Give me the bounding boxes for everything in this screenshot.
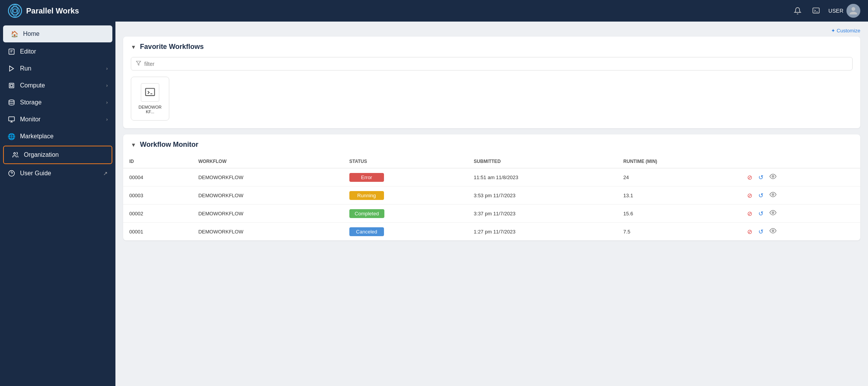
row-actions: ⊘ ↺ — [739, 168, 860, 186]
cancel-button[interactable]: ⊘ — [745, 227, 754, 236]
row-workflow[interactable]: DEMOWORKFLOW — [192, 168, 343, 186]
sidebar-item-organization[interactable]: Organization — [3, 146, 112, 164]
cancel-button[interactable]: ⊘ — [745, 191, 754, 200]
workflow-monitor-panel: ▼ Workflow Monitor ID WORKFLOW STATUS SU… — [123, 134, 860, 240]
sidebar-item-userguide[interactable]: User Guide ↗ — [0, 165, 115, 182]
view-button[interactable] — [767, 172, 779, 182]
sidebar-label-userguide: User Guide — [20, 170, 51, 177]
workflow-card-icon — [141, 83, 159, 102]
row-status: Error — [343, 168, 468, 186]
sidebar-label-run: Run — [20, 65, 31, 72]
row-workflow[interactable]: DEMOWORKFLOW — [192, 205, 343, 223]
sidebar-item-marketplace[interactable]: 🌐 Marketplace — [0, 128, 115, 145]
row-id[interactable]: 00003 — [123, 186, 192, 205]
restart-button[interactable]: ↺ — [756, 173, 766, 182]
username-label: USER — [828, 8, 843, 14]
sidebar-label-marketplace: Marketplace — [20, 133, 53, 140]
sidebar-item-editor[interactable]: Editor — [0, 43, 115, 60]
col-runtime: RUNTIME (MIN) — [617, 155, 739, 168]
row-status: Running — [343, 186, 468, 205]
main-layout: 🏠 Home Editor — [0, 22, 868, 386]
compute-chevron: › — [106, 83, 108, 88]
col-submitted: SUBMITTED — [467, 155, 617, 168]
svg-point-18 — [772, 230, 774, 232]
table-header: ID WORKFLOW STATUS SUBMITTED RUNTIME (MI… — [123, 155, 860, 168]
favorite-workflows-chevron: ▼ — [131, 44, 136, 50]
row-id[interactable]: 00001 — [123, 223, 192, 241]
col-workflow: WORKFLOW — [192, 155, 343, 168]
workflow-monitor-header[interactable]: ▼ Workflow Monitor — [123, 134, 860, 155]
svg-rect-9 — [9, 117, 15, 121]
sidebar-label-monitor: Monitor — [20, 116, 40, 123]
logo-icon — [8, 3, 22, 18]
sidebar-label-compute: Compute — [20, 82, 45, 89]
svg-point-16 — [772, 194, 774, 196]
editor-icon — [8, 48, 15, 55]
userguide-external-icon: ↗ — [103, 170, 108, 176]
filter-icon — [136, 60, 141, 67]
row-id[interactable]: 00002 — [123, 205, 192, 223]
row-runtime: 15.6 — [617, 205, 739, 223]
restart-button[interactable]: ↺ — [756, 227, 766, 236]
sidebar-item-home[interactable]: 🏠 Home — [3, 25, 112, 42]
svg-rect-7 — [10, 84, 13, 87]
sidebar-label-organization: Organization — [24, 151, 59, 158]
userguide-icon — [8, 170, 15, 177]
logo: Parallel Works — [8, 3, 79, 18]
svg-point-17 — [772, 212, 774, 214]
table-row: 00002 DEMOWORKFLOW Completed 3:37 pm 11/… — [123, 205, 860, 223]
sidebar-item-storage[interactable]: Storage › — [0, 94, 115, 111]
col-id: ID — [123, 155, 192, 168]
cancel-button[interactable]: ⊘ — [745, 209, 754, 218]
svg-point-10 — [14, 153, 16, 154]
sidebar-item-compute[interactable]: Compute › — [0, 77, 115, 94]
status-badge: Completed — [349, 209, 384, 218]
compute-icon — [8, 82, 15, 89]
row-id[interactable]: 00004 — [123, 168, 192, 186]
col-actions — [739, 155, 860, 168]
organization-icon — [12, 151, 19, 159]
sidebar-label-editor: Editor — [20, 48, 36, 55]
workflow-monitor-chevron: ▼ — [131, 142, 136, 148]
avatar — [846, 4, 860, 18]
view-button[interactable] — [767, 208, 779, 218]
restart-button[interactable]: ↺ — [756, 209, 766, 218]
favorite-workflows-header[interactable]: ▼ Favorite Workflows — [123, 37, 860, 57]
sidebar-label-storage: Storage — [20, 99, 42, 106]
row-submitted: 11:51 am 11/8/2023 — [467, 168, 617, 186]
svg-point-8 — [9, 100, 14, 102]
svg-marker-13 — [136, 61, 141, 65]
row-workflow[interactable]: DEMOWORKFLOW — [192, 186, 343, 205]
col-status: STATUS — [343, 155, 468, 168]
status-badge: Canceled — [349, 227, 384, 236]
workflow-card[interactable]: DEMOWORKF... — [131, 77, 169, 121]
svg-rect-3 — [813, 8, 820, 13]
sidebar-item-run[interactable]: Run › — [0, 60, 115, 77]
view-button[interactable] — [767, 227, 779, 237]
row-status: Completed — [343, 205, 468, 223]
customize-button[interactable]: ✦ Customize — [831, 28, 860, 34]
notifications-button[interactable] — [791, 5, 804, 17]
marketplace-icon: 🌐 — [8, 133, 15, 140]
row-submitted: 1:27 pm 11/7/2023 — [467, 223, 617, 241]
restart-button[interactable]: ↺ — [756, 191, 766, 200]
user-menu[interactable]: USER — [828, 4, 860, 18]
table-row: 00003 DEMOWORKFLOW Running 3:53 pm 11/7/… — [123, 186, 860, 205]
cancel-button[interactable]: ⊘ — [745, 173, 754, 182]
favorite-workflows-title: Favorite Workflows — [140, 43, 204, 51]
row-submitted: 3:53 pm 11/7/2023 — [467, 186, 617, 205]
terminal-button[interactable] — [810, 5, 822, 17]
row-runtime: 24 — [617, 168, 739, 186]
view-button[interactable] — [767, 190, 779, 200]
svg-point-2 — [13, 9, 17, 13]
row-workflow[interactable]: DEMOWORKFLOW — [192, 223, 343, 241]
storage-icon — [8, 99, 15, 106]
filter-input[interactable] — [144, 61, 848, 67]
sidebar-item-monitor[interactable]: Monitor › — [0, 111, 115, 128]
row-actions: ⊘ ↺ — [739, 205, 860, 223]
filter-bar — [131, 57, 853, 70]
table-row: 00001 DEMOWORKFLOW Canceled 1:27 pm 11/7… — [123, 223, 860, 241]
row-actions: ⊘ ↺ — [739, 186, 860, 205]
run-icon — [8, 65, 15, 72]
workflow-monitor-title: Workflow Monitor — [140, 141, 199, 149]
